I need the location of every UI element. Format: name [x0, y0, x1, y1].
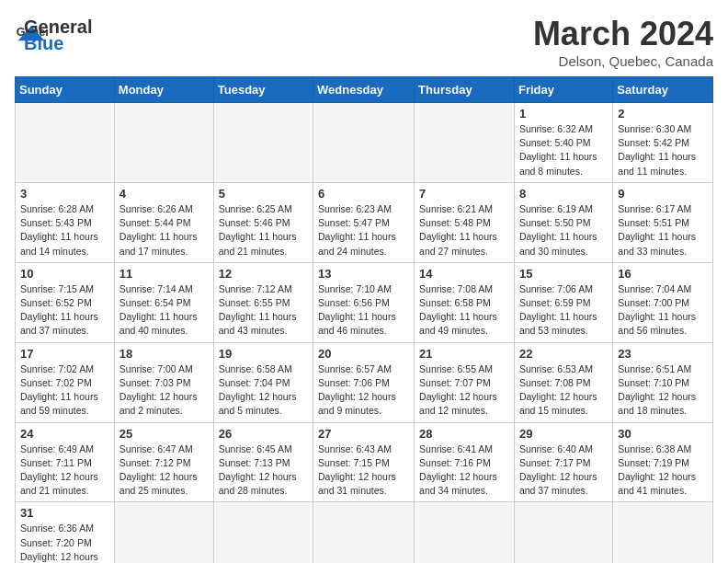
day-number: 4	[119, 187, 209, 201]
calendar-day-cell: 19Sunrise: 6:58 AM Sunset: 7:04 PM Dayli…	[213, 342, 313, 422]
calendar-day-cell: 29Sunrise: 6:40 AM Sunset: 7:17 PM Dayli…	[514, 422, 612, 502]
day-info: Sunrise: 7:00 AM Sunset: 7:03 PM Dayligh…	[119, 362, 209, 419]
calendar-day-cell: 12Sunrise: 7:12 AM Sunset: 6:55 PM Dayli…	[213, 262, 313, 342]
day-info: Sunrise: 6:21 AM Sunset: 5:48 PM Dayligh…	[419, 202, 509, 259]
calendar-day-cell: 25Sunrise: 6:47 AM Sunset: 7:12 PM Dayli…	[114, 422, 213, 502]
day-info: Sunrise: 6:40 AM Sunset: 7:17 PM Dayligh…	[519, 442, 608, 499]
day-number: 5	[219, 187, 308, 201]
calendar-week-row: 3Sunrise: 6:28 AM Sunset: 5:43 PM Daylig…	[16, 182, 713, 262]
day-info: Sunrise: 7:04 AM Sunset: 7:00 PM Dayligh…	[618, 282, 708, 339]
day-info: Sunrise: 6:55 AM Sunset: 7:07 PM Dayligh…	[419, 362, 509, 419]
day-number: 27	[318, 427, 409, 441]
location-subtitle: Delson, Quebec, Canada	[533, 53, 713, 69]
day-info: Sunrise: 6:45 AM Sunset: 7:13 PM Dayligh…	[219, 442, 308, 499]
calendar-day-cell	[313, 103, 415, 183]
day-header-friday: Friday	[514, 77, 612, 103]
calendar-day-cell: 9Sunrise: 6:17 AM Sunset: 5:51 PM Daylig…	[613, 182, 713, 262]
day-number: 11	[119, 267, 209, 281]
calendar-day-cell: 28Sunrise: 6:41 AM Sunset: 7:16 PM Dayli…	[415, 422, 515, 502]
day-info: Sunrise: 6:28 AM Sunset: 5:43 PM Dayligh…	[20, 202, 109, 259]
day-number: 30	[618, 427, 708, 441]
day-info: Sunrise: 6:36 AM Sunset: 7:20 PM Dayligh…	[20, 522, 109, 563]
day-info: Sunrise: 6:41 AM Sunset: 7:16 PM Dayligh…	[419, 442, 509, 499]
day-number: 15	[519, 267, 608, 281]
calendar-day-cell	[313, 502, 415, 563]
calendar-day-cell: 15Sunrise: 7:06 AM Sunset: 6:59 PM Dayli…	[514, 262, 612, 342]
calendar-day-cell: 31Sunrise: 6:36 AM Sunset: 7:20 PM Dayli…	[16, 502, 115, 563]
day-info: Sunrise: 6:17 AM Sunset: 5:51 PM Dayligh…	[618, 202, 708, 259]
day-info: Sunrise: 7:02 AM Sunset: 7:02 PM Dayligh…	[20, 362, 109, 419]
calendar-week-row: 31Sunrise: 6:36 AM Sunset: 7:20 PM Dayli…	[16, 502, 713, 563]
day-number: 29	[519, 427, 608, 441]
day-number: 2	[618, 107, 708, 121]
calendar-day-cell	[16, 103, 115, 183]
day-info: Sunrise: 6:26 AM Sunset: 5:44 PM Dayligh…	[119, 202, 209, 259]
calendar-week-row: 1Sunrise: 6:32 AM Sunset: 5:40 PM Daylig…	[16, 103, 713, 183]
calendar-day-cell	[114, 502, 213, 563]
day-info: Sunrise: 6:19 AM Sunset: 5:50 PM Dayligh…	[519, 202, 608, 259]
calendar-header-row: SundayMondayTuesdayWednesdayThursdayFrid…	[16, 77, 713, 103]
calendar-day-cell: 26Sunrise: 6:45 AM Sunset: 7:13 PM Dayli…	[213, 422, 313, 502]
calendar-day-cell	[213, 103, 313, 183]
day-number: 18	[119, 347, 209, 361]
day-header-saturday: Saturday	[613, 77, 713, 103]
calendar-day-cell: 22Sunrise: 6:53 AM Sunset: 7:08 PM Dayli…	[514, 342, 612, 422]
calendar-day-cell: 16Sunrise: 7:04 AM Sunset: 7:00 PM Dayli…	[613, 262, 713, 342]
day-header-thursday: Thursday	[415, 77, 515, 103]
calendar-day-cell: 7Sunrise: 6:21 AM Sunset: 5:48 PM Daylig…	[415, 182, 515, 262]
day-info: Sunrise: 7:08 AM Sunset: 6:58 PM Dayligh…	[419, 282, 509, 339]
calendar-week-row: 17Sunrise: 7:02 AM Sunset: 7:02 PM Dayli…	[16, 342, 713, 422]
day-number: 19	[219, 347, 308, 361]
day-number: 25	[119, 427, 209, 441]
day-number: 24	[20, 427, 109, 441]
day-number: 3	[20, 187, 109, 201]
day-info: Sunrise: 7:10 AM Sunset: 6:56 PM Dayligh…	[318, 282, 409, 339]
day-number: 21	[419, 347, 509, 361]
day-info: Sunrise: 6:25 AM Sunset: 5:46 PM Dayligh…	[219, 202, 308, 259]
calendar-day-cell: 14Sunrise: 7:08 AM Sunset: 6:58 PM Dayli…	[415, 262, 515, 342]
day-info: Sunrise: 6:51 AM Sunset: 7:10 PM Dayligh…	[618, 362, 708, 419]
calendar-day-cell: 18Sunrise: 7:00 AM Sunset: 7:03 PM Dayli…	[114, 342, 213, 422]
day-info: Sunrise: 6:47 AM Sunset: 7:12 PM Dayligh…	[119, 442, 209, 499]
day-number: 26	[219, 427, 308, 441]
calendar-day-cell: 3Sunrise: 6:28 AM Sunset: 5:43 PM Daylig…	[16, 182, 115, 262]
day-info: Sunrise: 7:12 AM Sunset: 6:55 PM Dayligh…	[219, 282, 308, 339]
day-number: 20	[318, 347, 409, 361]
calendar-day-cell	[613, 502, 713, 563]
calendar-day-cell: 8Sunrise: 6:19 AM Sunset: 5:50 PM Daylig…	[514, 182, 612, 262]
calendar-week-row: 10Sunrise: 7:15 AM Sunset: 6:52 PM Dayli…	[16, 262, 713, 342]
day-header-sunday: Sunday	[16, 77, 115, 103]
calendar-day-cell	[514, 502, 612, 563]
calendar-day-cell: 2Sunrise: 6:30 AM Sunset: 5:42 PM Daylig…	[613, 103, 713, 183]
day-header-monday: Monday	[114, 77, 213, 103]
day-info: Sunrise: 7:06 AM Sunset: 6:59 PM Dayligh…	[519, 282, 608, 339]
calendar-day-cell: 20Sunrise: 6:57 AM Sunset: 7:06 PM Dayli…	[313, 342, 415, 422]
calendar-day-cell: 4Sunrise: 6:26 AM Sunset: 5:44 PM Daylig…	[114, 182, 213, 262]
calendar-day-cell: 24Sunrise: 6:49 AM Sunset: 7:11 PM Dayli…	[16, 422, 115, 502]
day-number: 6	[318, 187, 409, 201]
day-number: 9	[618, 187, 708, 201]
day-number: 12	[219, 267, 308, 281]
logo: General General Blue	[15, 15, 92, 53]
day-info: Sunrise: 6:49 AM Sunset: 7:11 PM Dayligh…	[20, 442, 109, 499]
day-info: Sunrise: 6:53 AM Sunset: 7:08 PM Dayligh…	[519, 362, 608, 419]
day-number: 7	[419, 187, 509, 201]
day-info: Sunrise: 6:57 AM Sunset: 7:06 PM Dayligh…	[318, 362, 409, 419]
day-info: Sunrise: 6:38 AM Sunset: 7:19 PM Dayligh…	[618, 442, 708, 499]
calendar-day-cell: 30Sunrise: 6:38 AM Sunset: 7:19 PM Dayli…	[613, 422, 713, 502]
day-info: Sunrise: 6:32 AM Sunset: 5:40 PM Dayligh…	[519, 122, 608, 178]
header: General General Blue March 2024 Delson, …	[15, 15, 713, 69]
calendar-table: SundayMondayTuesdayWednesdayThursdayFrid…	[15, 76, 713, 563]
calendar-day-cell	[415, 502, 515, 563]
day-info: Sunrise: 7:14 AM Sunset: 6:54 PM Dayligh…	[119, 282, 209, 339]
day-number: 16	[618, 267, 708, 281]
day-info: Sunrise: 6:23 AM Sunset: 5:47 PM Dayligh…	[318, 202, 409, 259]
page-container: General General Blue March 2024 Delson, …	[15, 15, 713, 563]
calendar-week-row: 24Sunrise: 6:49 AM Sunset: 7:11 PM Dayli…	[16, 422, 713, 502]
logo-blue-text: Blue	[24, 33, 92, 53]
day-number: 10	[20, 267, 109, 281]
calendar-day-cell: 17Sunrise: 7:02 AM Sunset: 7:02 PM Dayli…	[16, 342, 115, 422]
day-number: 23	[618, 347, 708, 361]
day-info: Sunrise: 6:30 AM Sunset: 5:42 PM Dayligh…	[618, 122, 708, 178]
calendar-day-cell: 1Sunrise: 6:32 AM Sunset: 5:40 PM Daylig…	[514, 103, 612, 183]
